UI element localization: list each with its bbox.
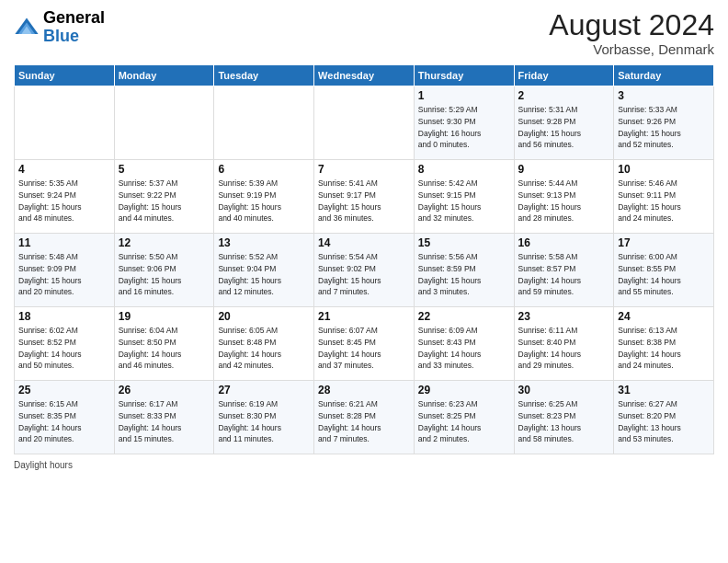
day-info: Sunrise: 5:35 AM Sunset: 9:24 PM Dayligh… xyxy=(18,178,110,224)
day-cell: 26Sunrise: 6:17 AM Sunset: 8:33 PM Dayli… xyxy=(114,381,214,454)
day-number: 7 xyxy=(318,163,410,176)
day-info: Sunrise: 5:58 AM Sunset: 8:57 PM Dayligh… xyxy=(518,251,610,298)
day-info: Sunrise: 6:27 AM Sunset: 8:20 PM Dayligh… xyxy=(618,398,710,445)
day-cell: 3Sunrise: 5:33 AM Sunset: 9:26 PM Daylig… xyxy=(614,86,714,160)
week-row-3: 11Sunrise: 5:48 AM Sunset: 9:09 PM Dayli… xyxy=(15,234,714,307)
day-number: 23 xyxy=(518,310,610,323)
day-info: Sunrise: 6:02 AM Sunset: 8:52 PM Dayligh… xyxy=(18,325,110,372)
day-info: Sunrise: 5:31 AM Sunset: 9:28 PM Dayligh… xyxy=(518,104,610,151)
day-info: Sunrise: 6:07 AM Sunset: 8:45 PM Dayligh… xyxy=(318,325,410,372)
day-number: 1 xyxy=(418,89,510,102)
day-number: 31 xyxy=(618,384,710,396)
col-monday: Monday xyxy=(114,65,214,86)
day-cell: 6Sunrise: 5:39 AM Sunset: 9:19 PM Daylig… xyxy=(214,160,314,234)
day-info: Sunrise: 6:04 AM Sunset: 8:50 PM Dayligh… xyxy=(119,325,210,372)
day-cell: 17Sunrise: 6:00 AM Sunset: 8:55 PM Dayli… xyxy=(614,234,714,307)
month-title: August 2024 xyxy=(549,9,714,41)
page: General Blue August 2024 Vorbasse, Denma… xyxy=(0,0,728,563)
day-number: 28 xyxy=(318,384,410,396)
day-cell xyxy=(15,86,115,160)
week-row-1: 1Sunrise: 5:29 AM Sunset: 9:30 PM Daylig… xyxy=(15,86,714,160)
day-cell: 12Sunrise: 5:50 AM Sunset: 9:06 PM Dayli… xyxy=(114,234,214,307)
day-info: Sunrise: 6:19 AM Sunset: 8:30 PM Dayligh… xyxy=(218,398,310,445)
col-sunday: Sunday xyxy=(15,65,115,86)
title-area: August 2024 Vorbasse, Denmark xyxy=(549,9,714,57)
day-cell: 29Sunrise: 6:23 AM Sunset: 8:25 PM Dayli… xyxy=(414,381,514,454)
day-info: Sunrise: 6:09 AM Sunset: 8:43 PM Dayligh… xyxy=(418,325,510,372)
week-row-4: 18Sunrise: 6:02 AM Sunset: 8:52 PM Dayli… xyxy=(15,307,714,381)
day-number: 2 xyxy=(518,89,610,102)
day-info: Sunrise: 5:33 AM Sunset: 9:26 PM Dayligh… xyxy=(618,104,710,151)
day-info: Sunrise: 5:46 AM Sunset: 9:11 PM Dayligh… xyxy=(618,178,710,224)
day-number: 3 xyxy=(618,89,710,102)
day-info: Sunrise: 6:23 AM Sunset: 8:25 PM Dayligh… xyxy=(418,398,510,445)
day-cell: 18Sunrise: 6:02 AM Sunset: 8:52 PM Dayli… xyxy=(15,307,115,381)
day-cell: 27Sunrise: 6:19 AM Sunset: 8:30 PM Dayli… xyxy=(214,381,314,454)
day-cell: 9Sunrise: 5:44 AM Sunset: 9:13 PM Daylig… xyxy=(514,160,614,234)
day-number: 10 xyxy=(618,163,710,176)
day-cell: 14Sunrise: 5:54 AM Sunset: 9:02 PM Dayli… xyxy=(314,234,415,307)
day-cell xyxy=(114,86,214,160)
calendar-table: Sunday Monday Tuesday Wednesday Thursday… xyxy=(14,64,714,454)
day-info: Sunrise: 6:00 AM Sunset: 8:55 PM Dayligh… xyxy=(618,251,710,298)
day-cell: 19Sunrise: 6:04 AM Sunset: 8:50 PM Dayli… xyxy=(114,307,214,381)
day-cell: 20Sunrise: 6:05 AM Sunset: 8:48 PM Dayli… xyxy=(214,307,314,381)
day-number: 24 xyxy=(618,310,710,323)
day-info: Sunrise: 5:41 AM Sunset: 9:17 PM Dayligh… xyxy=(318,178,410,224)
day-info: Sunrise: 6:13 AM Sunset: 8:38 PM Dayligh… xyxy=(618,325,710,372)
day-cell: 4Sunrise: 5:35 AM Sunset: 9:24 PM Daylig… xyxy=(15,160,115,234)
day-number: 25 xyxy=(18,384,110,396)
day-info: Sunrise: 6:17 AM Sunset: 8:33 PM Dayligh… xyxy=(119,398,210,445)
day-info: Sunrise: 6:15 AM Sunset: 8:35 PM Dayligh… xyxy=(18,398,110,445)
week-row-2: 4Sunrise: 5:35 AM Sunset: 9:24 PM Daylig… xyxy=(15,160,714,234)
day-info: Sunrise: 5:48 AM Sunset: 9:09 PM Dayligh… xyxy=(18,251,110,298)
day-number: 15 xyxy=(418,236,510,249)
day-cell: 21Sunrise: 6:07 AM Sunset: 8:45 PM Dayli… xyxy=(314,307,415,381)
day-cell: 10Sunrise: 5:46 AM Sunset: 9:11 PM Dayli… xyxy=(614,160,714,234)
day-number: 9 xyxy=(518,163,610,176)
day-number: 6 xyxy=(218,163,310,176)
day-info: Sunrise: 5:39 AM Sunset: 9:19 PM Dayligh… xyxy=(218,178,310,224)
day-number: 19 xyxy=(119,310,210,323)
day-number: 11 xyxy=(18,236,110,249)
day-number: 13 xyxy=(218,236,310,249)
day-info: Sunrise: 6:11 AM Sunset: 8:40 PM Dayligh… xyxy=(518,325,610,372)
logo-icon xyxy=(14,15,40,40)
daylight-label: Daylight hours xyxy=(14,460,73,470)
day-info: Sunrise: 5:37 AM Sunset: 9:22 PM Dayligh… xyxy=(119,178,210,224)
day-number: 22 xyxy=(418,310,510,323)
logo-text: General Blue xyxy=(43,9,105,46)
footer: Daylight hours xyxy=(14,460,714,470)
day-cell: 16Sunrise: 5:58 AM Sunset: 8:57 PM Dayli… xyxy=(514,234,614,307)
day-number: 17 xyxy=(618,236,710,249)
col-thursday: Thursday xyxy=(414,65,514,86)
day-cell: 2Sunrise: 5:31 AM Sunset: 9:28 PM Daylig… xyxy=(514,86,614,160)
week-row-5: 25Sunrise: 6:15 AM Sunset: 8:35 PM Dayli… xyxy=(15,381,714,454)
day-cell: 24Sunrise: 6:13 AM Sunset: 8:38 PM Dayli… xyxy=(614,307,714,381)
day-number: 26 xyxy=(119,384,210,396)
col-saturday: Saturday xyxy=(614,65,714,86)
calendar-header: Sunday Monday Tuesday Wednesday Thursday… xyxy=(15,65,714,86)
day-cell: 25Sunrise: 6:15 AM Sunset: 8:35 PM Dayli… xyxy=(15,381,115,454)
calendar-body: 1Sunrise: 5:29 AM Sunset: 9:30 PM Daylig… xyxy=(15,86,714,454)
col-tuesday: Tuesday xyxy=(214,65,314,86)
day-cell: 23Sunrise: 6:11 AM Sunset: 8:40 PM Dayli… xyxy=(514,307,614,381)
col-friday: Friday xyxy=(514,65,614,86)
day-number: 5 xyxy=(119,163,210,176)
day-cell: 15Sunrise: 5:56 AM Sunset: 8:59 PM Dayli… xyxy=(414,234,514,307)
day-cell: 7Sunrise: 5:41 AM Sunset: 9:17 PM Daylig… xyxy=(314,160,415,234)
day-number: 4 xyxy=(18,163,110,176)
day-number: 8 xyxy=(418,163,510,176)
day-info: Sunrise: 6:05 AM Sunset: 8:48 PM Dayligh… xyxy=(218,325,310,372)
day-info: Sunrise: 5:44 AM Sunset: 9:13 PM Dayligh… xyxy=(518,178,610,224)
day-number: 29 xyxy=(418,384,510,396)
day-number: 16 xyxy=(518,236,610,249)
day-cell xyxy=(214,86,314,160)
day-info: Sunrise: 6:21 AM Sunset: 8:28 PM Dayligh… xyxy=(318,398,410,445)
header-row: Sunday Monday Tuesday Wednesday Thursday… xyxy=(15,65,714,86)
day-info: Sunrise: 5:29 AM Sunset: 9:30 PM Dayligh… xyxy=(418,104,510,151)
day-number: 12 xyxy=(119,236,210,249)
header: General Blue August 2024 Vorbasse, Denma… xyxy=(14,9,714,57)
day-info: Sunrise: 5:50 AM Sunset: 9:06 PM Dayligh… xyxy=(119,251,210,298)
day-cell: 30Sunrise: 6:25 AM Sunset: 8:23 PM Dayli… xyxy=(514,381,614,454)
